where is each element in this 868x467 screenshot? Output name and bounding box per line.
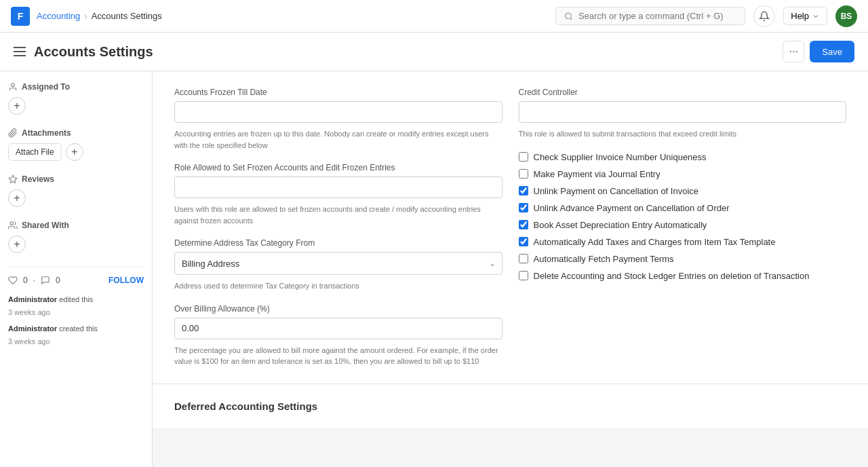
attachments-label: Attachments — [22, 128, 71, 138]
role-frozen-hint: Users with this role are allowed to set … — [174, 204, 502, 226]
checkbox-3[interactable] — [519, 203, 528, 212]
checkbox-1[interactable] — [519, 169, 528, 179]
person-icon — [8, 82, 18, 92]
over-billing-group: Over Billing Allowance (%) The percentag… — [174, 304, 502, 367]
checkbox-item: Unlink Advance Payment on Cancellation o… — [519, 203, 847, 213]
checkbox-item: Make Payment via Journal Entry — [519, 169, 847, 179]
svg-point-4 — [10, 222, 14, 225]
avatar[interactable]: BS — [835, 5, 857, 27]
search-bar[interactable] — [555, 7, 745, 25]
activity-log: Administrator edited this3 weeks ago Adm… — [8, 293, 144, 348]
help-button[interactable]: Help — [783, 7, 827, 25]
content-area: Accounts Frozen Till Date Accounting ent… — [153, 71, 868, 467]
accounts-frozen-hint: Accounting entries are frozen up to this… — [174, 128, 502, 151]
nav-right: Help BS — [753, 5, 857, 27]
role-frozen-group: Role Allowed to Set Frozen Accounts and … — [174, 163, 502, 226]
left-form-col: Accounts Frozen Till Date Accounting ent… — [174, 88, 502, 367]
sidebar: Assigned To + Attachments Attach File + … — [0, 71, 153, 467]
checkbox-4[interactable] — [519, 220, 528, 229]
address-tax-hint: Address used to determine Tax Category i… — [174, 280, 502, 292]
attachments-section: Attachments Attach File + — [8, 128, 144, 161]
page-header: Accounts Settings ··· Save — [0, 33, 868, 71]
checkbox-label-2: Unlink Payment on Cancellation of Invoic… — [534, 186, 699, 196]
checkbox-5[interactable] — [519, 237, 528, 246]
over-billing-label: Over Billing Allowance (%) — [174, 304, 502, 314]
settings-form-grid: Accounts Frozen Till Date Accounting ent… — [174, 88, 846, 367]
accounts-settings-card: Accounts Frozen Till Date Accounting ent… — [153, 71, 868, 384]
breadcrumb-current: Accounts Settings — [92, 11, 162, 21]
paperclip-icon — [8, 128, 18, 138]
shared-with-section: Shared With + — [8, 221, 144, 253]
credit-controller-hint: This role is allowed to submit transacti… — [519, 128, 847, 140]
svg-marker-3 — [9, 175, 17, 183]
add-review-button[interactable]: + — [8, 189, 26, 207]
reviews-label: Reviews — [22, 174, 54, 184]
checkbox-label-5: Automatically Add Taxes and Charges from… — [534, 237, 776, 247]
main-layout: Assigned To + Attachments Attach File + … — [0, 71, 868, 467]
checkbox-item: Book Asset Depreciation Entry Automatica… — [519, 220, 847, 230]
svg-point-2 — [12, 83, 15, 87]
address-tax-select[interactable]: Billing Address Shipping Address — [174, 252, 502, 275]
address-tax-label: Determine Address Tax Category From — [174, 238, 502, 248]
save-button[interactable]: Save — [810, 41, 854, 62]
add-attachment-button[interactable]: + — [66, 143, 83, 161]
checkbox-label-0: Check Supplier Invoice Number Uniqueness — [534, 152, 707, 162]
share-icon — [8, 221, 18, 230]
accounts-frozen-input[interactable] — [174, 101, 502, 123]
comments-count: 0 — [56, 276, 60, 285]
credit-controller-input[interactable] — [519, 101, 847, 123]
over-billing-input[interactable] — [174, 318, 502, 339]
settings-checkboxes: Check Supplier Invoice Number Uniqueness… — [519, 152, 847, 281]
checkbox-2[interactable] — [519, 186, 528, 195]
role-frozen-label: Role Allowed to Set Frozen Accounts and … — [174, 163, 502, 172]
comment-icon — [41, 276, 50, 285]
accounts-frozen-group: Accounts Frozen Till Date Accounting ent… — [174, 88, 502, 151]
checkbox-0[interactable] — [519, 152, 528, 162]
more-options-button[interactable]: ··· — [783, 41, 804, 62]
checkbox-item: Delete Accounting and Stock Ledger Entri… — [519, 271, 847, 281]
sidebar-likes-row: 0 · 0 FOLLOW — [8, 276, 144, 285]
checkbox-label-4: Book Asset Depreciation Entry Automatica… — [534, 220, 707, 230]
address-tax-select-wrap: Billing Address Shipping Address ⌄ — [174, 252, 502, 275]
checkbox-7[interactable] — [519, 271, 528, 280]
attach-file-button[interactable]: Attach File — [8, 143, 62, 161]
accounts-frozen-label: Accounts Frozen Till Date — [174, 88, 502, 97]
follow-button[interactable]: FOLLOW — [108, 276, 144, 285]
top-nav: F Accounting › Accounts Settings Help BS — [0, 0, 868, 33]
right-form-col: Credit Controller This role is allowed t… — [519, 88, 847, 367]
star-icon — [8, 174, 18, 184]
assigned-to-section: Assigned To + — [8, 82, 144, 115]
checkbox-label-1: Make Payment via Journal Entry — [534, 169, 660, 179]
checkbox-label-3: Unlink Advance Payment on Cancellation o… — [534, 203, 730, 213]
credit-controller-group: Credit Controller This role is allowed t… — [519, 88, 847, 140]
breadcrumb-accounting[interactable]: Accounting — [37, 11, 80, 21]
deferred-section: Deferred Accounting Settings — [153, 384, 868, 428]
svg-point-0 — [566, 13, 572, 19]
checkbox-item: Check Supplier Invoice Number Uniqueness — [519, 152, 847, 162]
likes-count: 0 — [23, 276, 28, 285]
checkbox-label-7: Delete Accounting and Stock Ledger Entri… — [534, 271, 810, 281]
reviews-section: Reviews + — [8, 174, 144, 207]
role-frozen-input[interactable] — [174, 176, 502, 198]
bell-icon — [759, 11, 770, 22]
shared-with-label: Shared With — [22, 221, 69, 230]
address-tax-group: Determine Address Tax Category From Bill… — [174, 238, 502, 292]
add-assigned-to-button[interactable]: + — [8, 97, 26, 115]
notifications-button[interactable] — [753, 5, 775, 27]
checkbox-6[interactable] — [519, 254, 528, 263]
over-billing-hint: The percentage you are allowed to bill m… — [174, 345, 502, 367]
heart-icon — [8, 276, 18, 285]
search-input[interactable] — [578, 11, 736, 21]
app-logo[interactable]: F — [11, 7, 30, 26]
deferred-title: Deferred Accounting Settings — [174, 400, 846, 412]
page-title: Accounts Settings — [34, 44, 783, 60]
search-icon — [564, 12, 573, 21]
chevron-down-icon — [812, 12, 820, 20]
add-shared-with-button[interactable]: + — [8, 236, 26, 253]
menu-toggle[interactable] — [14, 47, 26, 56]
breadcrumb: Accounting › Accounts Settings — [37, 11, 162, 21]
checkbox-item: Automatically Fetch Payment Terms — [519, 254, 847, 264]
svg-line-1 — [570, 18, 572, 19]
checkbox-item: Unlink Payment on Cancellation of Invoic… — [519, 186, 847, 196]
assigned-to-label: Assigned To — [22, 82, 70, 92]
